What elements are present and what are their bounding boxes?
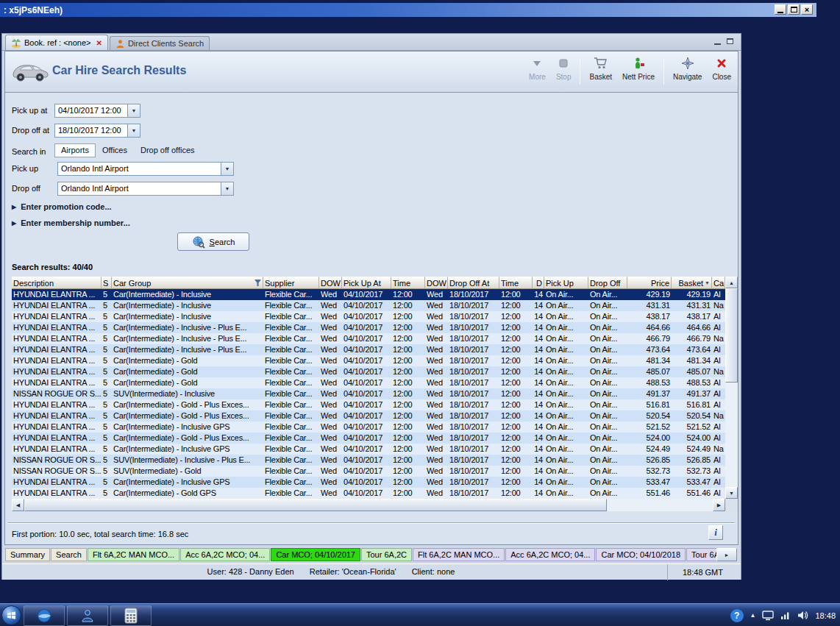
column-header[interactable]: DOW — [319, 277, 342, 289]
scroll-up-icon[interactable]: ▲ — [725, 277, 738, 288]
horizontal-scrollbar[interactable]: ◀ ▶ — [12, 499, 725, 511]
taskbar-clock[interactable]: 18:48 — [815, 611, 836, 620]
table-row[interactable]: HYUNDAI ELANTRA ...5Car(Intermediate) - … — [12, 433, 725, 444]
table-row[interactable]: NISSAN ROGUE OR S...5SUV(Intermediate) -… — [12, 388, 725, 399]
column-header[interactable]: Car Group — [112, 277, 263, 289]
show-hidden-icons[interactable]: ▲ — [750, 612, 756, 619]
mdi-minimize-icon[interactable] — [714, 43, 721, 45]
bottom-tab[interactable]: Car MCO; 04/10/2018 — [596, 548, 686, 561]
column-header[interactable]: Time — [499, 277, 533, 289]
table-row[interactable]: HYUNDAI ELANTRA ...5Car(Intermediate) - … — [12, 422, 725, 433]
column-header[interactable]: D — [533, 277, 544, 289]
network-icon[interactable] — [780, 611, 791, 620]
dropdown-arrow-icon[interactable]: ▼ — [127, 124, 140, 137]
bottom-tab[interactable]: Acc 6A,2C MCO; 04... — [505, 548, 595, 561]
close-button[interactable]: × — [801, 4, 813, 15]
taskbar-app-2[interactable] — [67, 605, 108, 626]
table-row[interactable]: HYUNDAI ELANTRA ...5Car(Intermediate) - … — [12, 366, 725, 377]
table-row[interactable]: NISSAN ROGUE OR S...5SUV(Intermediate) -… — [12, 466, 725, 477]
minimize-button[interactable] — [775, 4, 786, 15]
taskbar-app-3[interactable] — [110, 605, 152, 626]
column-header[interactable]: S — [102, 277, 112, 289]
maximize-button[interactable] — [788, 4, 800, 15]
table-row[interactable]: HYUNDAI ELANTRA ...5Car(Intermediate) - … — [12, 289, 725, 300]
search-in-tab-airports[interactable]: Airports — [54, 143, 96, 157]
scroll-left-icon[interactable]: ◀ — [12, 499, 24, 511]
promotion-code-expander[interactable]: ▶ Enter promotion code... — [12, 202, 112, 211]
scroll-right-icon[interactable]: ▶ — [713, 499, 725, 511]
taskbar-app-1[interactable] — [24, 605, 65, 626]
table-row[interactable]: HYUNDAI ELANTRA ...5Car(Intermediate) - … — [12, 311, 725, 322]
dropdown-arrow-icon[interactable]: ▼ — [127, 104, 140, 117]
table-row[interactable]: HYUNDAI ELANTRA ...5Car(Intermediate) - … — [12, 477, 725, 488]
drop-off-at-combo[interactable]: 18/10/2017 12:00 ▼ — [54, 124, 140, 138]
column-header[interactable]: Ca — [712, 277, 725, 289]
bottom-tab[interactable]: Car MCO; 04/10/2017 — [271, 548, 360, 561]
stop-button[interactable]: Stop — [551, 54, 577, 90]
bottom-tab[interactable]: Tour 6A,2C — [361, 548, 412, 561]
drop-off-combo[interactable]: Orlando Intl Airport ▼ — [57, 182, 234, 196]
dropdown-arrow-icon[interactable]: ▼ — [221, 163, 233, 175]
help-icon[interactable]: ? — [730, 609, 744, 622]
table-cell: 12:00 — [391, 410, 425, 422]
nett-price-button[interactable]: Nett Price — [617, 54, 660, 90]
tab-close-icon[interactable]: ✕ — [96, 39, 102, 47]
bottom-tab[interactable]: Flt 6A,2C MAN MCO... — [413, 548, 505, 561]
scroll-down-icon[interactable]: ▼ — [725, 487, 738, 499]
table-row[interactable]: NISSAN ROGUE OR S...5SUV(Intermediate) -… — [12, 455, 725, 466]
column-header[interactable]: Drop Off At — [448, 277, 499, 289]
tab-booking-ref[interactable]: Book. ref : <none> ✕ — [5, 35, 108, 50]
column-header[interactable]: Pick Up At — [342, 277, 391, 289]
table-row[interactable]: HYUNDAI ELANTRA ...5Car(Intermediate) - … — [12, 444, 725, 455]
column-header[interactable]: DOW — [425, 277, 448, 289]
dropdown-arrow-icon[interactable]: ▼ — [221, 182, 233, 195]
table-cell: 04/10/2017 — [342, 399, 391, 410]
vertical-scroll-thumb[interactable] — [725, 288, 738, 383]
table-row[interactable]: HYUNDAI ELANTRA ...5Car(Intermediate) - … — [12, 300, 725, 311]
window-titlebar[interactable]: : x5jPs6NEeh) × — [0, 3, 816, 17]
tab-direct-clients-search[interactable]: Direct Clients Search — [110, 36, 210, 50]
column-header[interactable]: Description — [12, 277, 102, 289]
horizontal-scroll-thumb[interactable] — [24, 499, 607, 511]
column-header[interactable]: Time — [391, 277, 425, 289]
volume-icon[interactable] — [797, 611, 808, 620]
bottom-tab[interactable]: Summary — [5, 548, 50, 561]
table-row[interactable]: HYUNDAI ELANTRA ...5Car(Intermediate) - … — [12, 322, 725, 333]
table-row[interactable]: HYUNDAI ELANTRA ...5Car(Intermediate) - … — [12, 377, 725, 388]
display-icon[interactable] — [762, 611, 774, 621]
table-cell: 14 — [533, 388, 544, 399]
close-search-button[interactable]: Close — [707, 54, 736, 90]
bottom-tab[interactable]: Search — [51, 548, 87, 561]
column-header[interactable]: Price — [627, 277, 672, 289]
mdi-restore-icon[interactable] — [727, 38, 733, 44]
tab-scroll-right-button[interactable]: ► — [716, 548, 737, 561]
vertical-scrollbar[interactable]: ▲ ▼ — [725, 277, 738, 499]
basket-button[interactable]: Basket — [584, 54, 617, 90]
pick-up-at-combo[interactable]: 04/10/2017 12:00 ▼ — [54, 104, 140, 118]
info-button[interactable]: i — [708, 525, 723, 540]
membership-number-expander[interactable]: ▶ Enter membership number... — [12, 218, 130, 227]
table-row[interactable]: HYUNDAI ELANTRA ...5Car(Intermediate) - … — [12, 399, 725, 410]
table-row[interactable]: HYUNDAI ELANTRA ...5Car(Intermediate) - … — [12, 344, 725, 355]
table-row[interactable]: HYUNDAI ELANTRA ...5Car(Intermediate) - … — [12, 488, 725, 499]
table-row[interactable]: HYUNDAI ELANTRA ...5Car(Intermediate) - … — [12, 355, 725, 366]
bottom-tab[interactable]: Flt 6A,2C MAN MCO... — [88, 548, 179, 561]
search-button[interactable]: Search — [177, 232, 249, 251]
table-row[interactable]: HYUNDAI ELANTRA ...5Car(Intermediate) - … — [12, 410, 725, 422]
table-cell: Flexible Car... — [263, 333, 319, 344]
column-header[interactable]: Pick Up — [544, 277, 588, 289]
filter-icon[interactable] — [255, 280, 261, 286]
table-row[interactable]: HYUNDAI ELANTRA ...5Car(Intermediate) - … — [12, 333, 725, 344]
start-button[interactable] — [1, 605, 21, 625]
table-cell: HYUNDAI ELANTRA ... — [12, 477, 102, 488]
search-in-tab-drop-off-offices[interactable]: Drop off offices — [134, 143, 202, 157]
pick-up-combo[interactable]: Orlando Intl Airport ▼ — [57, 162, 234, 176]
search-in-tab-offices[interactable]: Offices — [96, 143, 134, 157]
more-button[interactable]: More — [524, 54, 551, 90]
bottom-tab[interactable]: Acc 6A,2C MCO; 04... — [180, 548, 270, 561]
table-cell: On Air... — [588, 422, 627, 433]
column-header[interactable]: Supplier — [263, 277, 319, 289]
column-header[interactable]: Drop Off — [588, 277, 627, 289]
navigate-button[interactable]: Navigate — [668, 54, 707, 90]
column-header[interactable]: Basket▼ — [672, 277, 712, 289]
